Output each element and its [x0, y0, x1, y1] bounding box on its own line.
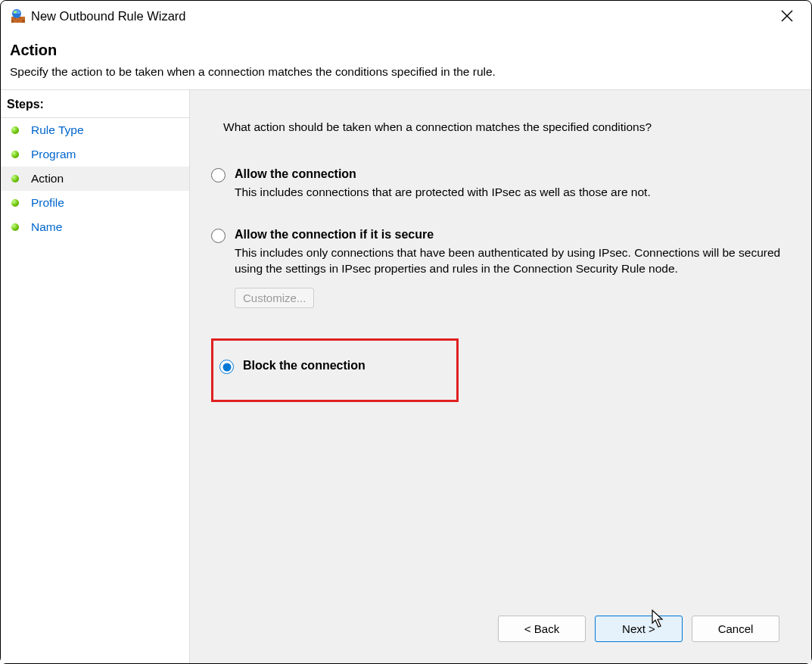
step-link[interactable]: Action	[31, 172, 64, 185]
step-link[interactable]: Rule Type	[31, 123, 84, 137]
option-desc: This includes only connections that have…	[235, 245, 782, 277]
step-link[interactable]: Program	[31, 148, 76, 161]
svg-rect-4	[14, 20, 17, 23]
step-name[interactable]: Name	[1, 215, 189, 239]
option-body: Block the connection	[243, 359, 366, 373]
content-pane: What action should be taken when a conne…	[190, 90, 811, 663]
svg-rect-3	[20, 17, 25, 20]
step-profile[interactable]: Profile	[1, 191, 189, 215]
close-button[interactable]	[769, 3, 805, 29]
bullet-icon	[11, 199, 19, 207]
option-title: Block the connection	[243, 359, 366, 373]
option-body: Allow the connection This includes conne…	[235, 167, 782, 201]
titlebar: New Outbound Rule Wizard	[1, 1, 811, 31]
bullet-icon	[11, 175, 19, 182]
svg-rect-5	[18, 20, 22, 23]
step-link[interactable]: Name	[31, 220, 62, 234]
option-block[interactable]: Block the connection	[211, 338, 459, 402]
option-title: Allow the connection	[235, 167, 782, 181]
step-link[interactable]: Profile	[31, 196, 64, 210]
wizard-body: Steps: Rule Type Program Action Profile	[1, 90, 811, 663]
option-desc: This includes connections that are prote…	[235, 184, 782, 201]
steps-list: Rule Type Program Action Profile Name	[1, 118, 189, 239]
radio-icon[interactable]	[211, 229, 226, 243]
cancel-button[interactable]: Cancel	[692, 616, 779, 642]
next-button[interactable]: Next >	[595, 616, 683, 642]
radio-icon[interactable]	[211, 168, 226, 182]
option-body: Allow the connection if it is secure Thi…	[235, 228, 782, 308]
bullet-icon	[11, 151, 19, 158]
back-button[interactable]: < Back	[498, 616, 586, 642]
option-allow-secure[interactable]: Allow the connection if it is secure Thi…	[211, 223, 782, 313]
radio-icon[interactable]	[219, 360, 234, 374]
wizard-window: New Outbound Rule Wizard Action Specify …	[0, 0, 812, 664]
steps-sidebar: Steps: Rule Type Program Action Profile	[1, 90, 190, 663]
window-title: New Outbound Rule Wizard	[31, 9, 186, 23]
bullet-icon	[11, 126, 19, 134]
customize-button: Customize...	[235, 288, 314, 308]
close-icon	[781, 10, 793, 22]
steps-heading: Steps:	[1, 90, 189, 118]
bullet-icon	[11, 223, 19, 231]
step-rule-type[interactable]: Rule Type	[1, 118, 189, 142]
option-title: Allow the connection if it is secure	[235, 228, 782, 242]
action-options: Allow the connection This includes conne…	[211, 163, 782, 420]
step-action[interactable]: Action	[1, 167, 189, 191]
page-subtitle: Specify the action to be taken when a co…	[10, 65, 802, 79]
button-row: < Back Next > Cancel	[211, 609, 782, 653]
firewall-icon	[11, 9, 25, 23]
wizard-header: Action Specify the action to be taken wh…	[1, 31, 811, 90]
step-program[interactable]: Program	[1, 142, 189, 167]
option-allow[interactable]: Allow the connection This includes conne…	[211, 163, 782, 205]
svg-point-7	[14, 11, 17, 14]
page-title: Action	[10, 42, 802, 59]
action-prompt: What action should be taken when a conne…	[223, 120, 782, 134]
